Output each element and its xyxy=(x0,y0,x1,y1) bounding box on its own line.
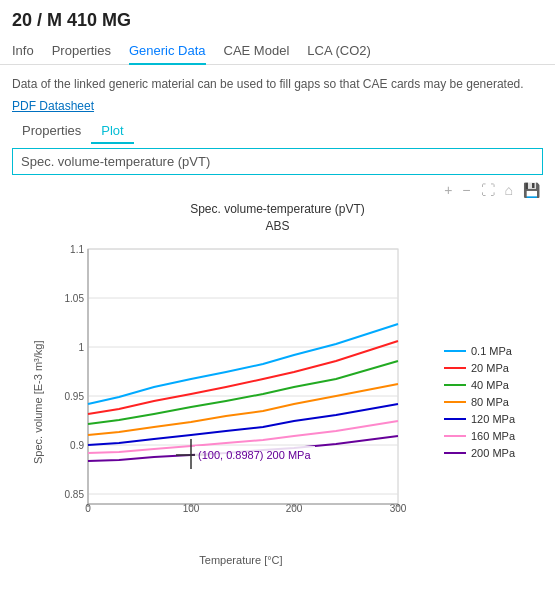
zoom-out-icon[interactable]: − xyxy=(459,181,473,199)
tab-cae-model[interactable]: CAE Model xyxy=(224,37,290,65)
chart-title: Spec. volume-temperature (pVT) ABS xyxy=(190,201,365,235)
legend-item-20: 20 MPa xyxy=(444,362,515,374)
svg-text:0.9: 0.9 xyxy=(70,440,84,451)
x-axis-label: Temperature [°C] xyxy=(46,554,436,566)
chart-legend: 0.1 MPa 20 MPa 40 MPa 80 MPa 120 MPa 160… xyxy=(436,239,523,566)
chart-area: Spec. volume [E-3 m³/kg] 0.85 0.9 0.95 xyxy=(32,239,523,566)
info-description: Data of the linked generic material can … xyxy=(0,73,555,97)
tab-lca[interactable]: LCA (CO2) xyxy=(307,37,371,65)
svg-text:1.05: 1.05 xyxy=(65,293,85,304)
tab-info[interactable]: Info xyxy=(12,37,34,65)
legend-item-160: 160 MPa xyxy=(444,430,515,442)
tab-generic-data[interactable]: Generic Data xyxy=(129,37,206,65)
fit-icon[interactable]: ⛶ xyxy=(478,181,498,199)
sub-tabs: Properties Plot xyxy=(0,119,555,144)
header: 20 / M 410 MG xyxy=(0,0,555,37)
chart-svg-container: 0.85 0.9 0.95 1 1.05 1.1 xyxy=(46,239,436,552)
sub-tab-plot[interactable]: Plot xyxy=(91,119,133,144)
legend-item-01: 0.1 MPa xyxy=(444,345,515,357)
page-title: 20 / M 410 MG xyxy=(0,0,555,37)
legend-item-80: 80 MPa xyxy=(444,396,515,408)
legend-item-40: 40 MPa xyxy=(444,379,515,391)
legend-item-120: 120 MPa xyxy=(444,413,515,425)
svg-text:0.85: 0.85 xyxy=(65,489,85,500)
home-icon[interactable]: ⌂ xyxy=(502,181,516,199)
sub-tab-properties[interactable]: Properties xyxy=(12,119,91,144)
svg-text:1: 1 xyxy=(78,342,84,353)
tab-properties[interactable]: Properties xyxy=(52,37,111,65)
svg-rect-0 xyxy=(88,249,398,504)
chart-wrapper: Spec. volume-temperature (pVT) ABS Spec.… xyxy=(0,201,555,566)
chart-inner: 0.85 0.9 0.95 1 1.05 1.1 xyxy=(46,239,436,566)
zoom-in-icon[interactable]: + xyxy=(441,181,455,199)
legend-item-200: 200 MPa xyxy=(444,447,515,459)
chart-svg: 0.85 0.9 0.95 1 1.05 1.1 xyxy=(46,239,436,549)
save-icon[interactable]: 💾 xyxy=(520,181,543,199)
y-axis-label: Spec. volume [E-3 m³/kg] xyxy=(32,239,44,566)
pdf-datasheet-link[interactable]: PDF Datasheet xyxy=(0,97,555,119)
svg-text:0.95: 0.95 xyxy=(65,391,85,402)
plot-dropdown[interactable]: Spec. volume-temperature (pVT) xyxy=(12,148,543,175)
main-tabs: Info Properties Generic Data CAE Model L… xyxy=(0,37,555,65)
svg-text:(100, 0.8987) 200 MPa: (100, 0.8987) 200 MPa xyxy=(198,449,311,461)
svg-text:1.1: 1.1 xyxy=(70,244,84,255)
chart-toolbar: + − ⛶ ⌂ 💾 xyxy=(0,179,555,201)
